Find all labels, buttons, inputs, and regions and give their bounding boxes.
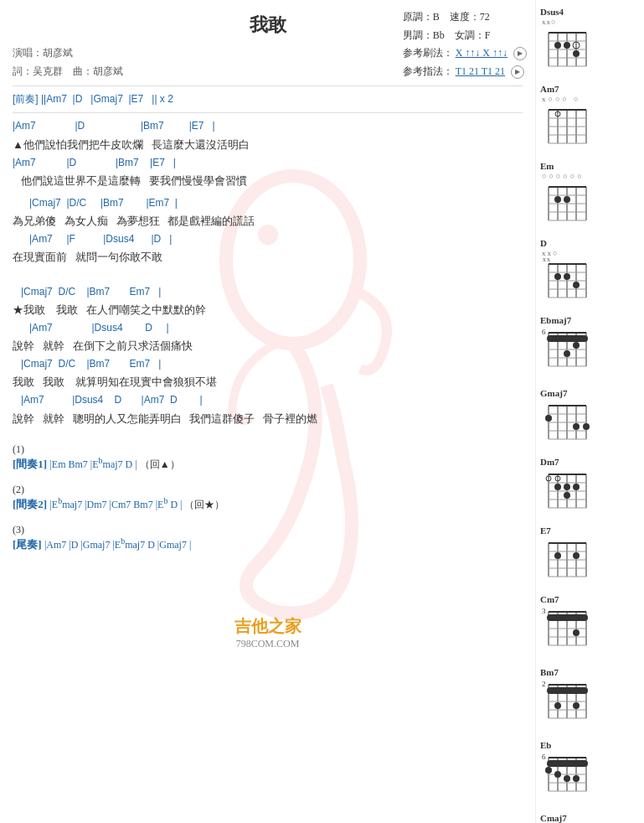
- svg-point-13: [573, 50, 580, 57]
- svg-point-52: [573, 282, 580, 288]
- female-key: 女調：F: [455, 29, 491, 41]
- finger-play-button[interactable]: ▶: [511, 65, 524, 79]
- outro-line: [尾奏] |Am7 |D |Gmaj7 |Ebmaj7 D |Gmaj7 |: [13, 536, 523, 552]
- svg-point-38: [564, 196, 570, 203]
- svg-point-134: [554, 702, 561, 709]
- strum-info: 参考刷法： X ↑↑↓ X ↑↑↓ ▶: [403, 44, 527, 63]
- lyricist: 詞：吴克群: [13, 65, 63, 77]
- chord-em-diagram: [540, 180, 595, 226]
- svg-text:x: x: [547, 257, 550, 263]
- chord-bm7-diagram: 2: [540, 678, 595, 728]
- lyric-line-8: 說幹 就幹 聰明的人又怎能弄明白 我們這群傻子 骨子裡的燃: [13, 410, 523, 428]
- divider-2: [13, 112, 523, 113]
- verse-section-2: |Cmaj7 |D/C |Bm7 |Em7 | 為兄弟傻 為女人痴 為夢想狂 都…: [13, 195, 523, 267]
- svg-text:2: 2: [542, 680, 546, 688]
- chord-line-4: |Am7 |F |Dsus4 |D |: [13, 231, 523, 247]
- svg-point-80: [583, 423, 590, 430]
- svg-point-121: [573, 629, 580, 636]
- strum-label: 参考刷法：: [403, 47, 453, 59]
- verse-section-1: |Am7 |D |Bm7 |E7 | ▲他們說怕我們把牛皮吹爛 長這麼大還沒活明…: [13, 118, 523, 190]
- svg-point-66: [564, 350, 570, 357]
- svg-point-135: [573, 702, 580, 709]
- male-key: 男調：Bb: [403, 29, 445, 41]
- footer-url: 798COM.COM: [13, 638, 523, 650]
- interlude-1-content: |Em Bm7 |Ebmaj7 D |: [49, 458, 139, 470]
- lyric-line-1: ▲他們說怕我們把牛皮吹爛 長這麼大還沒活明白: [13, 136, 523, 154]
- chord-ebmaj7-diagram: 6: [540, 326, 595, 376]
- chord-line-2: |Am7 |D |Bm7 |E7 |: [13, 155, 523, 171]
- footer: 吉他之家 798COM.COM: [13, 603, 523, 657]
- svg-rect-65: [547, 335, 588, 342]
- interlude-2-return: （回★）: [184, 499, 224, 510]
- original-key: 原調：B: [403, 11, 440, 23]
- tempo: 速度：72: [450, 11, 490, 23]
- chord-dsus4: Dsus4 xx○: [540, 7, 640, 75]
- chord-line-3: |Cmaj7 |D/C |Bm7 |Em7 |: [13, 195, 523, 211]
- lyric-line-6: 說幹 就幹 在倒下之前只求活個痛快: [13, 337, 523, 355]
- chord-cm7: Cm7 3: [540, 594, 640, 659]
- svg-point-15: [554, 42, 561, 49]
- chord-em: Em ○○○○○○: [540, 161, 640, 230]
- chord-e7: E7: [540, 525, 640, 586]
- interlude-2: (2) [間奏2] |Ebmaj7 |Dm7 |Cm7 Bm7 |Eb D | …: [13, 484, 523, 512]
- svg-rect-120: [547, 614, 588, 621]
- interlude-2-content: |Ebmaj7 |Dm7 |Cm7 Bm7 |Eb D |: [49, 499, 184, 510]
- svg-point-79: [573, 423, 580, 430]
- main-container: 我敢 演唱：胡彦斌 詞：吴克群 曲：胡彦斌 原調：B 速度：72 男調：Bb 女…: [0, 0, 644, 823]
- chord-line-1: |Am7 |D |Bm7 |E7 |: [13, 118, 523, 134]
- svg-point-108: [573, 552, 580, 559]
- chord-am7-diagram: [540, 103, 595, 149]
- chord-ebmaj7: Ebmaj7 6: [540, 315, 640, 380]
- svg-point-149: [554, 771, 561, 778]
- outro-label: [尾奏]: [13, 538, 42, 551]
- lyric-line-7: 我敢 我敢 就算明知在現實中會狼狽不堪: [13, 373, 523, 391]
- svg-point-150: [564, 775, 570, 782]
- svg-text:6: 6: [542, 753, 546, 761]
- strum-pattern: X ↑↑↓ X ↑↑↓: [456, 47, 507, 59]
- composer: 曲：胡彦斌: [73, 65, 123, 77]
- chord-gmaj7-diagram: [540, 399, 595, 445]
- svg-point-94: [564, 484, 570, 490]
- svg-point-53: [554, 273, 561, 280]
- svg-point-96: [564, 492, 570, 499]
- chord-e7-diagram: [540, 536, 595, 582]
- meta-right: 原調：B 速度：72 男調：Bb 女調：F 参考刷法： X ↑↑↓ X ↑↑↓ …: [403, 8, 527, 80]
- svg-point-78: [545, 415, 552, 422]
- interlude-1-label: [間奏1]: [13, 458, 47, 470]
- chord-cm7-diagram: 3: [540, 605, 595, 655]
- chord-bm7: Bm7 2: [540, 667, 640, 732]
- svg-rect-133: [547, 687, 588, 694]
- finger-label: 参考指法：: [403, 65, 453, 77]
- svg-point-67: [573, 342, 580, 349]
- lyric-line-3: 為兄弟傻 為女人痴 為夢想狂 都是戲裡編的謊話: [13, 212, 523, 230]
- chorus-section: |Cmaj7 D/C |Bm7 Em7 | ★我敢 我敢 在人們嘲笑之中默默的幹…: [13, 284, 523, 428]
- svg-point-93: [554, 484, 561, 490]
- right-panel: Dsus4 xx○ Am7 x○○: [535, 0, 644, 823]
- outro-number: (3): [13, 524, 523, 536]
- svg-text:3: 3: [542, 607, 546, 615]
- svg-point-151: [573, 775, 580, 782]
- chord-line-5: |Cmaj7 D/C |Bm7 Em7 |: [13, 284, 523, 300]
- svg-point-95: [573, 484, 580, 490]
- svg-point-51: [564, 273, 570, 280]
- chord-d: D xx○ x x: [540, 238, 640, 307]
- svg-point-12: [564, 42, 570, 49]
- interlude-1-line: [間奏1] |Em Bm7 |Ebmaj7 D | （回▲）: [13, 456, 523, 472]
- lyric-line-5: ★我敢 我敢 在人們嘲笑之中默默的幹: [13, 301, 523, 319]
- chord-line-6: |Am7 |Dsus4 D |: [13, 320, 523, 336]
- interlude-1: (1) [間奏1] |Em Bm7 |Ebmaj7 D | （回▲）: [13, 443, 523, 472]
- chord-d-diagram: x x: [540, 257, 595, 303]
- svg-text:6: 6: [542, 328, 546, 336]
- chord-cmaj7: Cmaj7: [540, 813, 640, 823]
- chord-eb: Eb 6: [540, 740, 640, 805]
- svg-point-37: [554, 196, 561, 203]
- chord-dm7: Dm7: [540, 457, 640, 517]
- interlude-2-label: [間奏2]: [13, 498, 47, 510]
- strum-play-button[interactable]: ▶: [513, 47, 527, 60]
- finger-info: 参考指法： T1 21 T1 21 ▶: [403, 63, 527, 81]
- svg-point-148: [545, 767, 552, 774]
- interlude-2-line: [間奏2] |Ebmaj7 |Dm7 |Cm7 Bm7 |Eb D | （回★）: [13, 496, 523, 512]
- chord-eb-diagram: 6: [540, 751, 595, 801]
- outro-section: (3) [尾奏] |Am7 |D |Gmaj7 |Ebmaj7 D |Gmaj7…: [13, 524, 523, 552]
- chord-dm7-diagram: [540, 468, 595, 514]
